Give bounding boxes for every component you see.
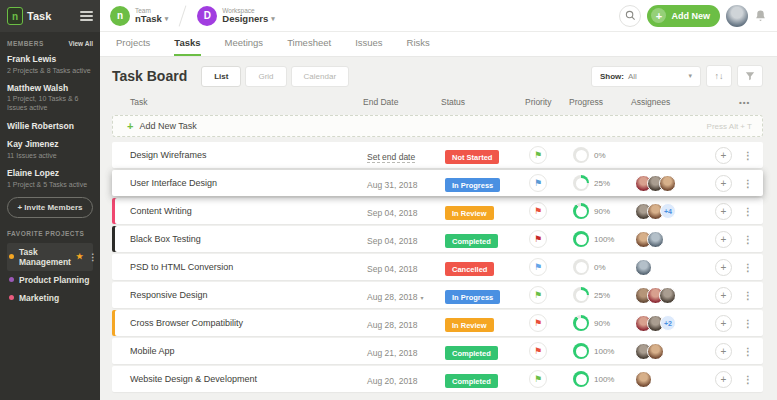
member-list-item[interactable]: Willie Robertson xyxy=(7,121,93,132)
priority-flag-button[interactable]: ⚑ xyxy=(529,370,547,388)
table-options-icon[interactable]: ••• xyxy=(739,98,759,107)
status-badge[interactable]: Completed xyxy=(445,234,498,248)
add-assignee-button[interactable]: + xyxy=(715,147,732,164)
row-menu-icon[interactable]: ⋮ xyxy=(743,262,763,273)
assignee-overflow-badge[interactable]: +4 xyxy=(660,203,676,219)
priority-flag-button[interactable]: ⚑ xyxy=(529,230,547,248)
member-list-item[interactable]: Elaine Lopez1 Project & 5 Tasks active xyxy=(7,168,93,189)
task-row[interactable]: Black Box TestingSep 04, 2018Completed⚑1… xyxy=(112,226,763,252)
status-cell: Completed xyxy=(445,342,529,361)
bell-icon[interactable] xyxy=(754,9,767,23)
task-row[interactable]: User Interface DesignAug 31, 2018In Prog… xyxy=(112,170,763,196)
add-assignee-button[interactable]: + xyxy=(715,343,732,360)
status-badge[interactable]: In Progress xyxy=(445,178,500,192)
show-filter-dropdown[interactable]: Show: All ▾ xyxy=(591,66,701,87)
task-row[interactable]: Website Design & DevelopmentAug 20, 2018… xyxy=(112,366,763,392)
member-list-item[interactable]: Matthew Walsh1 Project, 10 Tasks & 6 Iss… xyxy=(7,83,93,113)
priority-flag-button[interactable]: ⚑ xyxy=(529,258,547,276)
filter-button[interactable] xyxy=(737,65,763,87)
status-badge[interactable]: Completed xyxy=(445,374,498,388)
search-button[interactable] xyxy=(619,5,641,27)
hamburger-menu-icon[interactable] xyxy=(80,9,93,24)
add-assignee-button[interactable]: + xyxy=(715,231,732,248)
end-date-value[interactable]: Aug 31, 2018 xyxy=(367,180,418,190)
member-list-item[interactable]: Frank Lewis2 Projects & 8 Tasks active xyxy=(7,54,93,75)
priority-flag-button[interactable]: ⚑ xyxy=(529,314,547,332)
member-list-item[interactable]: Kay Jimenez11 Issues active xyxy=(7,139,93,160)
assignee-avatar[interactable] xyxy=(647,231,664,248)
add-assignee-button[interactable]: + xyxy=(715,175,732,192)
tab-meetings[interactable]: Meetings xyxy=(225,37,264,56)
row-menu-icon[interactable]: ⋮ xyxy=(743,178,763,189)
status-badge[interactable]: In Review xyxy=(445,206,494,220)
priority-flag-button[interactable]: ⚑ xyxy=(529,342,547,360)
show-value: All xyxy=(628,72,684,81)
favorite-project-item[interactable]: Product Planning xyxy=(7,271,93,289)
assignee-overflow-badge[interactable]: +2 xyxy=(660,315,676,331)
progress-ring xyxy=(573,175,589,191)
add-new-button[interactable]: + Add New xyxy=(647,5,720,27)
add-assignee-button[interactable]: + xyxy=(715,315,732,332)
favorite-project-item[interactable]: Task Management★⋮ xyxy=(7,243,93,271)
add-new-task-row[interactable]: + Add New Task Press Alt + T xyxy=(112,115,763,137)
end-date-value[interactable]: Sep 04, 2018 xyxy=(367,208,418,218)
task-row[interactable]: Cross Browser CompatibilityAug 28, 2018I… xyxy=(112,310,763,336)
row-menu-icon[interactable]: ⋮ xyxy=(743,318,763,329)
tab-issues[interactable]: Issues xyxy=(355,37,382,56)
end-date-value[interactable]: Aug 21, 2018 xyxy=(367,348,418,358)
row-menu-icon[interactable]: ⋮ xyxy=(743,346,763,357)
favorite-project-item[interactable]: Marketing xyxy=(7,289,93,307)
workspace-selector[interactable]: D Workspace Designers▾ xyxy=(197,6,274,26)
view-all-link[interactable]: View All xyxy=(68,40,93,47)
row-menu-icon[interactable]: ⋮ xyxy=(743,150,763,161)
add-assignee-button[interactable]: + xyxy=(715,203,732,220)
task-row[interactable]: Design WireframesSet end dateNot Started… xyxy=(112,142,763,168)
view-button-calendar[interactable]: Calendar xyxy=(291,66,349,87)
row-menu-icon[interactable]: ⋮ xyxy=(743,374,763,385)
app-window: n Task MEMBERS View All Frank Lewis2 Pro… xyxy=(0,0,777,400)
task-row[interactable]: Content WritingSep 04, 2018In Review⚑90%… xyxy=(112,198,763,224)
task-row[interactable]: PSD to HTML ConversionSep 04, 2018Cancel… xyxy=(112,254,763,280)
status-badge[interactable]: In Progress xyxy=(445,290,500,304)
tab-tasks[interactable]: Tasks xyxy=(174,37,200,56)
end-date-value[interactable]: Aug 28, 2018 xyxy=(367,320,418,330)
assignee-avatar[interactable] xyxy=(635,371,652,388)
assignee-avatar[interactable] xyxy=(635,259,652,276)
assignee-avatar[interactable] xyxy=(659,287,676,304)
status-badge[interactable]: Completed xyxy=(445,346,498,360)
tab-risks[interactable]: Risks xyxy=(407,37,430,56)
star-icon[interactable]: ★ xyxy=(76,252,83,261)
end-date-value[interactable]: Set end date xyxy=(367,152,415,163)
end-date-value[interactable]: Aug 20, 2018 xyxy=(367,376,418,386)
view-button-list[interactable]: List xyxy=(201,66,241,87)
add-assignee-button[interactable]: + xyxy=(715,287,732,304)
task-title: Responsive Design xyxy=(130,290,367,300)
priority-flag-button[interactable]: ⚑ xyxy=(529,286,547,304)
kebab-menu-icon[interactable]: ⋮ xyxy=(88,252,97,262)
user-avatar[interactable] xyxy=(726,5,748,27)
status-badge[interactable]: Not Started xyxy=(445,150,499,164)
assignee-avatar[interactable] xyxy=(647,343,664,360)
invite-members-button[interactable]: + Invite Members xyxy=(7,197,93,218)
end-date-value[interactable]: Sep 04, 2018 xyxy=(367,236,418,246)
row-menu-icon[interactable]: ⋮ xyxy=(743,234,763,245)
task-row[interactable]: Mobile AppAug 21, 2018Completed⚑100%+⋮ xyxy=(112,338,763,364)
assignee-avatar[interactable] xyxy=(659,175,676,192)
priority-flag-button[interactable]: ⚑ xyxy=(529,174,547,192)
row-menu-icon[interactable]: ⋮ xyxy=(743,290,763,301)
tab-timesheet[interactable]: Timesheet xyxy=(287,37,331,56)
team-selector[interactable]: n Team nTask▾ xyxy=(110,6,168,26)
end-date-value[interactable]: Sep 04, 2018 xyxy=(367,264,418,274)
add-assignee-button[interactable]: + xyxy=(715,259,732,276)
task-row[interactable]: Responsive DesignAug 28, 2018▾In Progres… xyxy=(112,282,763,308)
status-badge[interactable]: In Review xyxy=(445,318,494,332)
add-assignee-button[interactable]: + xyxy=(715,371,732,388)
tab-projects[interactable]: Projects xyxy=(116,37,150,56)
priority-flag-button[interactable]: ⚑ xyxy=(529,146,547,164)
row-menu-icon[interactable]: ⋮ xyxy=(743,206,763,217)
end-date-value[interactable]: Aug 28, 2018 xyxy=(367,292,418,302)
priority-flag-button[interactable]: ⚑ xyxy=(529,202,547,220)
status-badge[interactable]: Cancelled xyxy=(445,262,494,276)
view-button-grid[interactable]: Grid xyxy=(245,66,286,87)
sort-button[interactable]: ↑↓ xyxy=(706,65,732,87)
